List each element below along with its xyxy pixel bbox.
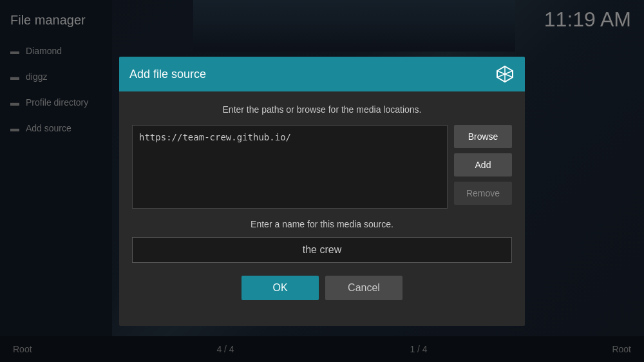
- svg-line-1: [497, 71, 505, 74]
- svg-line-4: [497, 74, 505, 77]
- dialog-header: Add file source: [119, 57, 525, 91]
- path-textarea[interactable]: https://team-crew.github.io/: [132, 125, 448, 209]
- dialog-body: Enter the paths or browse for the media …: [119, 91, 525, 326]
- path-section: https://team-crew.github.io/ Browse Add …: [132, 125, 512, 209]
- add-path-button[interactable]: Add: [454, 153, 512, 176]
- kodi-logo: [495, 64, 515, 84]
- remove-button[interactable]: Remove: [454, 182, 512, 205]
- svg-line-2: [505, 71, 513, 74]
- svg-line-5: [505, 74, 513, 77]
- browse-button[interactable]: Browse: [454, 125, 512, 148]
- name-instruction: Enter a name for this media source.: [132, 219, 512, 229]
- dialog-title: Add file source: [129, 68, 206, 81]
- add-file-source-dialog: Add file source Enter the paths or brows…: [119, 57, 525, 326]
- source-name-input[interactable]: [132, 237, 512, 263]
- dialog-footer: OK Cancel: [132, 276, 512, 313]
- ok-button[interactable]: OK: [242, 276, 319, 300]
- path-instruction: Enter the paths or browse for the media …: [132, 104, 512, 115]
- path-buttons: Browse Add Remove: [454, 125, 512, 209]
- cancel-button[interactable]: Cancel: [325, 276, 402, 300]
